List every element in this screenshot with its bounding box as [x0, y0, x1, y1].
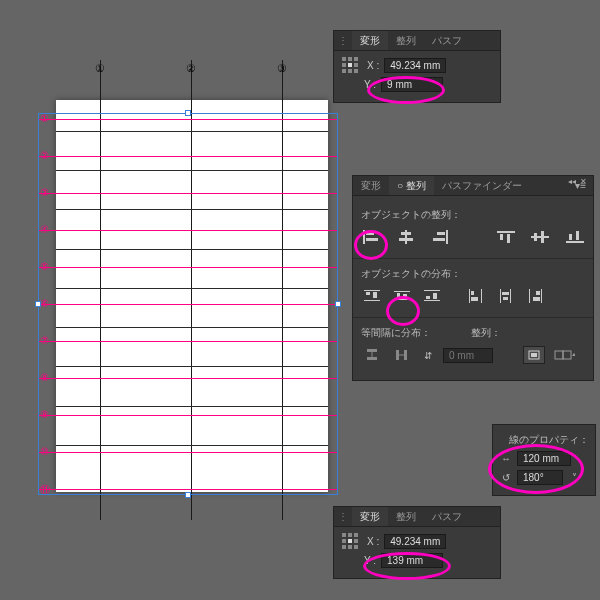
- align-right-icon[interactable]: [430, 228, 451, 246]
- svg-rect-13: [534, 233, 537, 241]
- align-to-label: 整列：: [471, 326, 501, 340]
- svg-rect-39: [541, 289, 542, 303]
- stroke-panel: 線のプロパティ： ↔ 120 mm ↺ 180° ˅: [492, 424, 596, 496]
- svg-rect-9: [497, 231, 515, 233]
- guide-number: ②: [186, 62, 196, 75]
- svg-rect-21: [373, 292, 377, 298]
- tab-transform[interactable]: 変形: [353, 176, 389, 195]
- dist-vcenter-icon[interactable]: [391, 287, 413, 305]
- guide-number: ③: [277, 62, 287, 75]
- align-top-icon[interactable]: [495, 228, 516, 246]
- svg-rect-25: [403, 294, 407, 297]
- svg-rect-31: [481, 289, 482, 303]
- handle-right-icon[interactable]: [335, 301, 341, 307]
- align-to-dropdown-icon[interactable]: [553, 346, 575, 364]
- svg-rect-2: [366, 238, 378, 241]
- svg-rect-33: [471, 297, 478, 301]
- svg-rect-43: [367, 357, 377, 360]
- svg-rect-4: [401, 232, 411, 235]
- handle-top-icon[interactable]: [185, 110, 191, 116]
- svg-rect-19: [364, 300, 380, 301]
- svg-rect-28: [426, 296, 430, 299]
- y-input[interactable]: 9 mm: [381, 77, 443, 92]
- svg-rect-11: [507, 234, 510, 243]
- svg-rect-49: [563, 351, 571, 359]
- svg-rect-45: [404, 350, 407, 360]
- svg-rect-17: [576, 231, 579, 240]
- dist-bottom-icon[interactable]: [421, 287, 443, 305]
- x-label: X :: [367, 60, 379, 71]
- handle-left-icon[interactable]: [35, 301, 41, 307]
- svg-rect-10: [500, 234, 503, 240]
- stroke-width-input[interactable]: 120 mm: [517, 451, 571, 466]
- svg-rect-8: [433, 238, 445, 241]
- angle-icon: ↺: [499, 472, 513, 484]
- dist-vspace-icon[interactable]: [361, 346, 383, 364]
- svg-rect-18: [364, 290, 380, 291]
- dist-hspace-icon[interactable]: [391, 346, 413, 364]
- svg-rect-40: [536, 291, 540, 295]
- svg-rect-36: [502, 292, 509, 295]
- svg-rect-23: [394, 299, 410, 300]
- reference-point-icon[interactable]: [342, 57, 358, 73]
- guide-number: ①: [95, 62, 105, 75]
- stroke-prop-label: 線のプロパティ：: [499, 433, 589, 447]
- svg-rect-35: [510, 289, 511, 303]
- align-bottom-icon[interactable]: [564, 228, 585, 246]
- svg-rect-47: [531, 353, 537, 357]
- svg-rect-12: [531, 236, 549, 238]
- svg-rect-26: [424, 290, 440, 291]
- tab-align[interactable]: ○ 整列: [389, 176, 434, 195]
- reference-point-icon[interactable]: [342, 533, 358, 549]
- y-label: Y :: [364, 555, 376, 566]
- svg-rect-15: [566, 241, 584, 243]
- tab-align[interactable]: 整列: [388, 31, 424, 50]
- svg-rect-29: [433, 293, 437, 299]
- transform-panel-top: ⋮ 変形 整列 パスフ X : 49.234 mm Y : 9 mm: [333, 30, 501, 103]
- dist-left-icon[interactable]: [465, 287, 487, 305]
- panel-drag-icon[interactable]: ⋮: [334, 35, 352, 46]
- align-to-selection-icon[interactable]: [523, 346, 545, 364]
- svg-rect-5: [399, 238, 413, 241]
- tab-transform[interactable]: 変形: [352, 507, 388, 526]
- tab-pathfinder[interactable]: パスフ: [424, 31, 470, 50]
- align-hcenter-icon[interactable]: [396, 228, 417, 246]
- tab-pathfinder[interactable]: パスフ: [424, 507, 470, 526]
- stepper-icon[interactable]: ⇵: [421, 349, 435, 361]
- dist-hcenter-icon[interactable]: [495, 287, 517, 305]
- svg-rect-42: [367, 349, 377, 352]
- svg-rect-32: [471, 291, 474, 295]
- dist-right-icon[interactable]: [525, 287, 547, 305]
- align-left-icon[interactable]: [361, 228, 382, 246]
- selection-bounds: [38, 113, 338, 495]
- align-panel: ◂◂✕ 変形 ○ 整列 パスファインダー ▾≡ オブジェクトの整列： オブジェク…: [352, 175, 594, 381]
- svg-rect-41: [533, 297, 540, 301]
- x-input[interactable]: 49.234 mm: [384, 58, 446, 73]
- svg-rect-37: [503, 297, 508, 300]
- width-icon: ↔: [499, 453, 513, 465]
- svg-rect-6: [446, 230, 448, 244]
- transform-panel-bottom: ⋮ 変形 整列 パスフ X : 49.234 mm Y : 139 mm: [333, 506, 501, 579]
- handle-bottom-icon[interactable]: [185, 492, 191, 498]
- svg-rect-20: [366, 292, 370, 295]
- panel-drag-icon[interactable]: ⋮: [334, 511, 352, 522]
- tab-pathfinder[interactable]: パスファインダー: [434, 176, 530, 195]
- svg-rect-1: [366, 232, 374, 235]
- x-input[interactable]: 49.234 mm: [384, 534, 446, 549]
- dist-top-icon[interactable]: [361, 287, 383, 305]
- svg-rect-7: [437, 232, 445, 235]
- close-icon[interactable]: ✕: [580, 177, 587, 186]
- spacing-input[interactable]: 0 mm: [443, 348, 493, 363]
- svg-rect-30: [469, 289, 470, 303]
- y-label: Y :: [364, 79, 376, 90]
- tab-transform[interactable]: 変形: [352, 31, 388, 50]
- distribute-objects-label: オブジェクトの分布：: [361, 267, 585, 281]
- align-vcenter-icon[interactable]: [530, 228, 551, 246]
- distribute-spacing-label: 等間隔に分布：: [361, 326, 431, 340]
- stroke-angle-input[interactable]: 180°: [517, 470, 563, 485]
- y-input[interactable]: 139 mm: [381, 553, 443, 568]
- tab-align[interactable]: 整列: [388, 507, 424, 526]
- align-objects-label: オブジェクトの整列：: [361, 208, 585, 222]
- dropdown-icon[interactable]: ˅: [567, 472, 581, 484]
- expand-icon[interactable]: ◂◂: [568, 177, 576, 186]
